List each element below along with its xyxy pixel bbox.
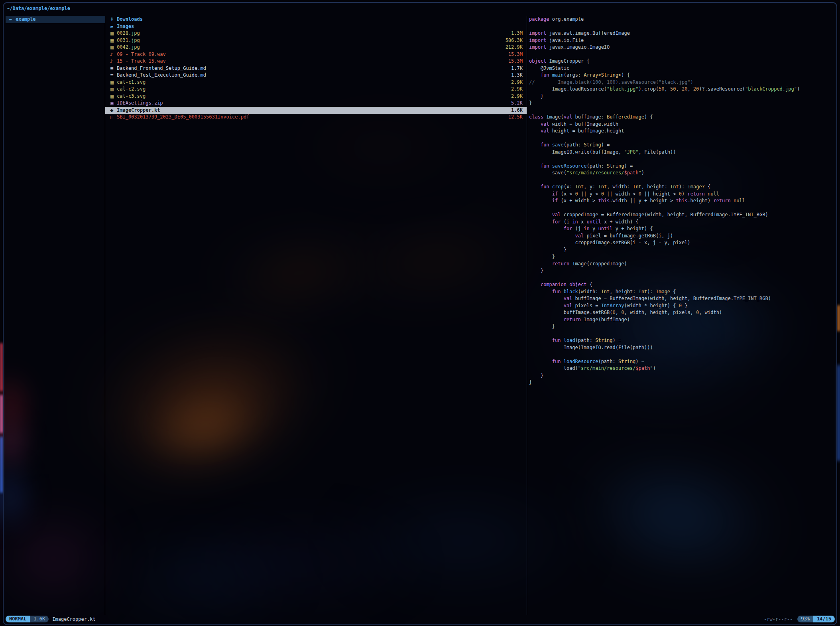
- code-line: val buffImage = BufferedImage(width, hei…: [529, 295, 833, 302]
- file-row[interactable]: ▦cal-c3.svg2.9K: [105, 93, 527, 100]
- file-row[interactable]: ▣IDEAsettings.zip5.2K: [105, 100, 527, 107]
- file-name: IDEAsettings.zip: [117, 100, 511, 107]
- code-line: buffImage.setRGB(0, 0, width, height, pi…: [529, 309, 833, 316]
- code-line: [529, 205, 833, 212]
- file-size: 15.3M: [508, 51, 523, 58]
- file-name: cal-c3.svg: [117, 93, 511, 100]
- svg-file-icon: ▦: [110, 79, 117, 86]
- file-row[interactable]: ≡Backend_Test_Execution_Guide.md1.3K: [105, 72, 527, 79]
- kotlin-file-icon: ◆: [110, 107, 117, 114]
- file-row[interactable]: ⇩Downloads: [105, 16, 527, 23]
- code-line: fun crop(x: Int, y: Int, width: Int, hei…: [529, 184, 833, 191]
- code-line: [529, 177, 833, 184]
- file-row[interactable]: ▦0042.jpg212.9K: [105, 44, 527, 51]
- file-name: cal-c2.svg: [117, 86, 511, 93]
- code-line: return Image(buffImage): [529, 316, 833, 324]
- code-line: package org.example: [529, 16, 833, 23]
- file-name: Backend_Test_Execution_Guide.md: [117, 72, 511, 79]
- code-line: val pixels = IntArray(width * height) { …: [529, 302, 833, 310]
- file-name: Backend_Frontend_Setup_Guide.md: [117, 65, 511, 72]
- file-name: cal-c1.svg: [117, 79, 511, 86]
- code-line: val height = buffImage.height: [529, 128, 833, 135]
- code-line: companion object {: [529, 281, 833, 288]
- status-bar: NORMAL 1.6K ImageCropper.kt -rw-r--r-- 9…: [4, 615, 836, 624]
- markdown-file-icon: ≡: [110, 72, 117, 79]
- file-name: Downloads: [117, 16, 523, 23]
- scroll-percentage-badge: 93%: [797, 616, 813, 622]
- file-row[interactable]: ▯SBI_0032013739_2023_DE05_0003155631Invo…: [105, 114, 527, 121]
- image-file-icon: ▦: [110, 37, 117, 44]
- file-size: 1.7K: [511, 65, 523, 72]
- code-line: // Image.black(100, 100).saveResource("b…: [529, 79, 833, 86]
- file-row[interactable]: ▦0028.jpg1.3M: [105, 30, 527, 37]
- file-name: 15 - Track 15.wav: [117, 58, 508, 65]
- code-line: [529, 274, 833, 282]
- code-line: [529, 23, 833, 30]
- code-line: val pixel = buffImage.getRGB(i, j): [529, 233, 833, 240]
- file-list-pane: ⇩Downloads▰Images▦0028.jpg1.3M▦0031.jpg5…: [105, 16, 527, 615]
- code-line: fun load(path: String) =: [529, 337, 833, 344]
- code-line: for (i in x until x + width) {: [529, 219, 833, 226]
- code-line: }: [529, 372, 833, 379]
- parent-directory-pane: ▰example: [6, 16, 105, 615]
- file-row[interactable]: ▰example: [6, 16, 105, 23]
- code-line: }: [529, 323, 833, 330]
- code-line: }: [529, 247, 833, 254]
- code-line: fun save(path: String) =: [529, 142, 833, 149]
- image-file-icon: ▦: [110, 44, 117, 51]
- file-size: 15.3M: [508, 58, 523, 65]
- pdf-file-icon: ▯: [110, 114, 117, 121]
- file-manager-panes: ▰example ⇩Downloads▰Images▦0028.jpg1.3M▦…: [4, 16, 836, 615]
- file-size: 1.3K: [511, 72, 523, 79]
- breadcrumb-path: ~/Data/example/example: [4, 3, 836, 16]
- file-size: 212.9K: [506, 44, 523, 51]
- file-row[interactable]: ♪09 - Track 09.wav15.3M: [105, 51, 527, 58]
- image-file-icon: ▦: [110, 30, 117, 37]
- mode-indicator: NORMAL: [6, 616, 30, 622]
- code-line: Image.loadResource("black.jpg").crop(50,…: [529, 86, 833, 93]
- file-row[interactable]: ♪15 - Track 15.wav15.3M: [105, 58, 527, 65]
- code-line: }: [529, 93, 833, 100]
- file-name: SBI_0032013739_2023_DE05_0003155631Invoi…: [117, 114, 508, 121]
- cursor-position-badge: 14/15: [813, 616, 835, 622]
- file-name: 0031.jpg: [117, 37, 506, 44]
- svg-file-icon: ▦: [110, 93, 117, 100]
- code-line: load("src/main/resources/$path"): [529, 365, 833, 372]
- code-line: }: [529, 267, 833, 274]
- file-preview-pane: package org.example import java.awt.imag…: [527, 16, 836, 615]
- archive-file-icon: ▣: [110, 100, 117, 107]
- file-row[interactable]: ◆ImageCropper.kt1.6K: [105, 107, 527, 114]
- code-line: fun saveResource(path: String) =: [529, 163, 833, 170]
- code-line: if (x + width > this.width || y + height…: [529, 197, 833, 205]
- code-line: @JvmStatic: [529, 65, 833, 72]
- file-row[interactable]: ≡Backend_Frontend_Setup_Guide.md1.7K: [105, 65, 527, 72]
- file-permissions: -rw-r--r--: [764, 616, 793, 622]
- file-row[interactable]: ▦cal-c2.svg2.9K: [105, 86, 527, 93]
- code-line: if (x < 0 || y < 0 || width < 0 || heigh…: [529, 191, 833, 198]
- downloads-folder-icon: ⇩: [110, 16, 117, 23]
- selected-file-size-badge: 1.6K: [30, 616, 49, 622]
- code-line: [529, 51, 833, 58]
- code-line: object ImageCropper {: [529, 58, 833, 65]
- file-name: 09 - Track 09.wav: [117, 51, 508, 58]
- code-line: }: [529, 379, 833, 386]
- file-size: 2.9K: [511, 86, 523, 93]
- file-row[interactable]: ▰Images: [105, 23, 527, 30]
- file-size: 2.9K: [511, 79, 523, 86]
- code-line: import java.awt.image.BufferedImage: [529, 30, 833, 37]
- svg-file-icon: ▦: [110, 86, 117, 93]
- code-line: fun black(width: Int, height: Int): Imag…: [529, 288, 833, 296]
- folder-icon: ▰: [9, 16, 16, 23]
- terminal-window: ~/Data/example/example ▰example ⇩Downloa…: [3, 2, 837, 625]
- code-line: return Image(croppedImage): [529, 261, 833, 268]
- file-row[interactable]: ▦cal-c1.svg2.9K: [105, 79, 527, 86]
- file-row[interactable]: ▦0031.jpg586.3K: [105, 37, 527, 44]
- file-size: 1.6K: [511, 107, 523, 114]
- code-line: }: [529, 100, 833, 107]
- code-line: [529, 351, 833, 358]
- code-line: import java.io.File: [529, 37, 833, 44]
- code-line: Image(ImageIO.read(File(path))): [529, 344, 833, 352]
- file-name: Images: [117, 23, 523, 30]
- file-size: 2.9K: [511, 93, 523, 100]
- selected-file-name: ImageCropper.kt: [52, 616, 95, 622]
